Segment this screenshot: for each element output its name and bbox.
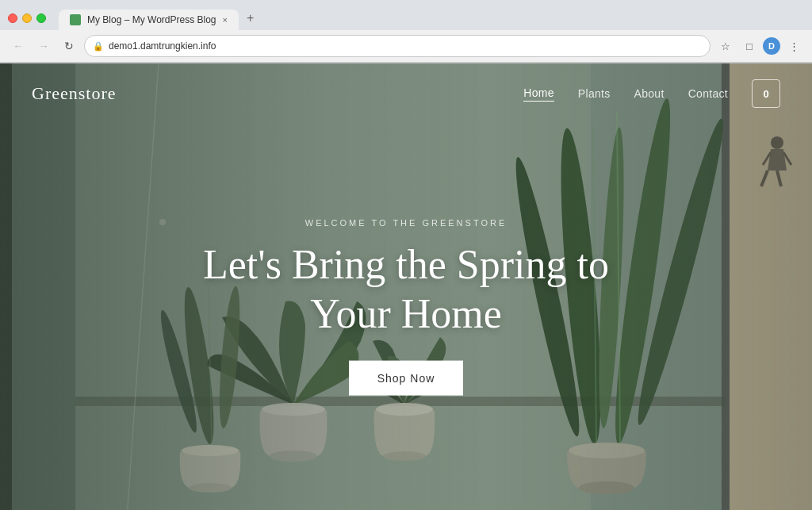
back-icon: ← xyxy=(13,40,24,52)
hero-content: WELCOME TO THE GREENSTORE Let's Bring th… xyxy=(203,217,609,396)
hero-title-line1: Let's Bring the Spring to xyxy=(203,241,609,286)
profile-avatar[interactable]: D xyxy=(763,37,780,55)
hero-title-line2: Your Home xyxy=(310,291,502,336)
shop-now-button[interactable]: Shop Now xyxy=(349,361,464,396)
traffic-lights xyxy=(8,13,46,23)
back-button[interactable]: ← xyxy=(8,36,29,56)
new-tab-button[interactable]: + xyxy=(239,6,262,30)
nav-item-plants[interactable]: Plants xyxy=(578,87,611,100)
site-logo[interactable]: Greenstore xyxy=(32,83,117,104)
extensions-icon: □ xyxy=(746,40,753,52)
nav-item-contact[interactable]: Contact xyxy=(688,87,728,100)
close-window-button[interactable] xyxy=(8,13,17,23)
more-button[interactable]: ⋮ xyxy=(783,36,804,56)
browser-toolbar: ← → ↻ 🔒 demo1.damtrungkien.info ☆ □ D ⋮ xyxy=(0,30,812,63)
forward-button[interactable]: → xyxy=(33,36,54,56)
cart-count: 0 xyxy=(763,88,768,100)
tab-favicon xyxy=(70,14,81,25)
bookmark-button[interactable]: ☆ xyxy=(715,36,736,56)
tab-title: My Blog – My WordPress Blog xyxy=(87,14,216,25)
nav-item-about[interactable]: About xyxy=(634,87,665,100)
website-content: Greenstore Home Plants About Contact 0 W… xyxy=(0,63,812,510)
site-navigation: Greenstore Home Plants About Contact 0 xyxy=(0,63,812,124)
address-bar[interactable]: 🔒 demo1.damtrungkien.info xyxy=(84,35,710,57)
bookmark-icon: ☆ xyxy=(721,40,730,52)
refresh-icon: ↻ xyxy=(64,40,74,52)
browser-titlebar: My Blog – My WordPress Blog × + xyxy=(0,0,812,30)
active-tab[interactable]: My Blog – My WordPress Blog × xyxy=(59,10,239,30)
hero-subtitle: WELCOME TO THE GREENSTORE xyxy=(203,217,609,227)
browser-tabs: My Blog – My WordPress Blog × + xyxy=(59,6,804,30)
nav-item-home[interactable]: Home xyxy=(523,86,554,102)
refresh-button[interactable]: ↻ xyxy=(59,36,79,56)
url-text: demo1.damtrungkien.info xyxy=(109,40,216,52)
tab-close-button[interactable]: × xyxy=(223,15,228,25)
hero-title: Let's Bring the Spring to Your Home xyxy=(203,240,609,339)
extensions-button[interactable]: □ xyxy=(739,36,760,56)
toolbar-actions: ☆ □ D ⋮ xyxy=(715,36,804,56)
site-menu: Home Plants About Contact 0 xyxy=(523,79,780,108)
browser-chrome: My Blog – My WordPress Blog × + ← → ↻ 🔒 … xyxy=(0,0,812,63)
lock-icon: 🔒 xyxy=(93,41,104,52)
cart-button[interactable]: 0 xyxy=(752,79,780,108)
forward-icon: → xyxy=(38,40,49,52)
more-icon: ⋮ xyxy=(789,40,799,52)
minimize-window-button[interactable] xyxy=(22,13,32,23)
maximize-window-button[interactable] xyxy=(36,13,46,23)
